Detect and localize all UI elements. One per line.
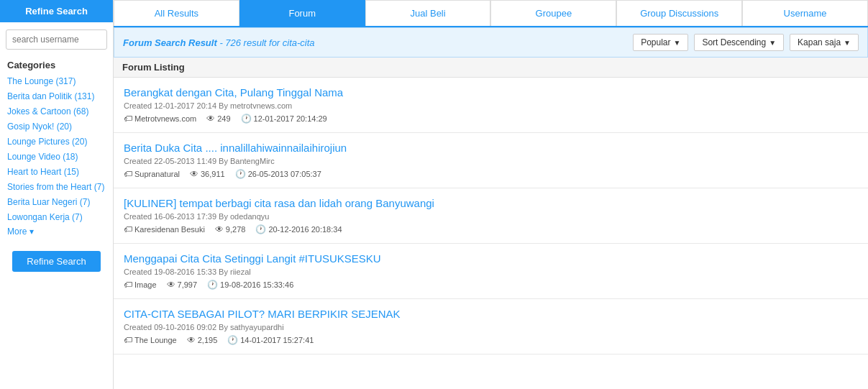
forum-last-activity: 🕐 26-05-2013 07:05:37 — [235, 169, 321, 179]
forum-tag: 🏷 Karesidenan Besuki — [124, 224, 205, 234]
result-title-text: Forum Search Result - 726 result for cit… — [123, 37, 315, 48]
tab-group-discussions[interactable]: Group Discussions — [616, 0, 742, 26]
forum-item-tags: 🏷 Karesidenan Besuki 👁 9,278 🕐 20-12-201… — [124, 224, 858, 234]
forum-list-item: CITA-CITA SEBAGAI PILOT? MARI BERPIKIR S… — [114, 299, 868, 354]
eye-icon: 👁 — [190, 169, 198, 179]
forum-item-title[interactable]: [KULINER] tempat berbagi cita rasa dan l… — [124, 197, 858, 209]
last-activity-date: 26-05-2013 07:05:37 — [248, 170, 321, 178]
tag-label: Metrotvnews.com — [134, 114, 196, 123]
tab-username[interactable]: Username — [742, 0, 868, 26]
clock-icon: 🕐 — [207, 280, 218, 290]
eye-icon: 👁 — [167, 280, 175, 290]
tag-icon: 🏷 — [124, 280, 132, 290]
forum-views: 👁 249 — [206, 114, 230, 124]
more-link[interactable]: More ▾ — [7, 226, 34, 237]
refine-search-button[interactable]: Refine Search — [12, 251, 100, 272]
category-link[interactable]: Berita dan Politik (131) — [7, 90, 106, 103]
forum-tag: 🏷 Supranatural — [124, 169, 180, 179]
sort-control-button[interactable]: Kapan saja ▼ — [790, 34, 859, 51]
clock-icon: 🕐 — [227, 335, 238, 345]
forum-last-activity: 🕐 12-01-2017 20:14:29 — [241, 114, 327, 124]
tag-label: Karesidenan Besuki — [134, 225, 205, 234]
category-link[interactable]: Gosip Nyok! (20) — [7, 120, 106, 133]
views-count: 7,997 — [178, 280, 198, 289]
category-link[interactable]: Lounge Video (18) — [7, 150, 106, 163]
forum-item-meta: Created 09-10-2016 09:02 By sathyayupard… — [124, 323, 858, 331]
tag-icon: 🏷 — [124, 114, 132, 124]
forum-list-item: Menggapai Cita Cita Setinggi Langit #ITU… — [114, 244, 868, 299]
result-controls: Popular ▼Sort Descending ▼Kapan saja ▼ — [633, 34, 859, 51]
result-header: Forum Search Result - 726 result for cit… — [114, 27, 868, 58]
forum-tag: 🏷 The Lounge — [124, 335, 177, 345]
tag-icon: 🏷 — [124, 335, 132, 345]
category-link[interactable]: Lounge Pictures (20) — [7, 135, 106, 148]
sort-control-button[interactable]: Popular ▼ — [633, 34, 688, 51]
forum-item-tags: 🏷 The Lounge 👁 2,195 🕐 14-01-2017 15:27:… — [124, 335, 858, 345]
last-activity-date: 14-01-2017 15:27:41 — [240, 336, 314, 344]
forum-list-item: Berita Duka Cita .... innalillahiwainnai… — [114, 133, 868, 188]
forum-items-list: Berangkat dengan Cita, Pulang Tinggal Na… — [114, 78, 868, 389]
main-content: All ResultsForumJual BeliGroupeeGroup Di… — [114, 0, 868, 389]
forum-item-tags: 🏷 Metrotvnews.com 👁 249 🕐 12-01-2017 20:… — [124, 114, 858, 124]
last-activity-date: 20-12-2016 20:18:34 — [268, 225, 342, 234]
category-link[interactable]: Jokes & Cartoon (68) — [7, 105, 106, 118]
tag-icon: 🏷 — [124, 169, 132, 179]
tag-icon: 🏷 — [124, 224, 132, 234]
clock-icon: 🕐 — [241, 114, 252, 124]
forum-tag: 🏷 Metrotvnews.com — [124, 114, 196, 124]
search-username-input[interactable] — [6, 29, 107, 50]
categories-section: Categories The Lounge (317)Berita dan Po… — [0, 57, 113, 244]
forum-item-title[interactable]: Menggapai Cita Cita Setinggi Langit #ITU… — [124, 252, 858, 265]
last-activity-date: 19-08-2016 15:33:46 — [220, 280, 293, 289]
tag-label: The Lounge — [134, 336, 177, 344]
tab-all-results[interactable]: All Results — [114, 0, 239, 26]
sidebar: Refine Search Categories The Lounge (317… — [0, 0, 114, 389]
forum-views: 👁 2,195 — [187, 335, 218, 345]
forum-item-title[interactable]: Berangkat dengan Cita, Pulang Tinggal Na… — [124, 86, 858, 99]
views-count: 9,278 — [226, 225, 246, 234]
forum-tag: 🏷 Image — [124, 280, 157, 290]
categories-title: Categories — [7, 60, 106, 70]
refine-search-header[interactable]: Refine Search — [0, 0, 113, 22]
forum-last-activity: 🕐 20-12-2016 20:18:34 — [255, 224, 342, 234]
category-link[interactable]: Lowongan Kerja (7) — [7, 211, 106, 224]
eye-icon: 👁 — [206, 114, 215, 124]
forum-item-meta: Created 16-06-2013 17:39 By odedanqyu — [124, 212, 858, 221]
tab-groupee[interactable]: Groupee — [490, 0, 616, 26]
forum-item-tags: 🏷 Supranatural 👁 36,911 🕐 26-05-2013 07:… — [124, 169, 858, 179]
category-link[interactable]: Heart to Heart (15) — [7, 165, 106, 178]
category-links: The Lounge (317)Berita dan Politik (131)… — [7, 75, 106, 224]
forum-item-title[interactable]: CITA-CITA SEBAGAI PILOT? MARI BERPIKIR S… — [124, 308, 858, 320]
forum-item-meta: Created 19-08-2016 15:33 By riiezal — [124, 267, 858, 276]
eye-icon: 👁 — [187, 335, 196, 345]
forum-last-activity: 🕐 14-01-2017 15:27:41 — [227, 335, 314, 345]
views-count: 249 — [217, 114, 230, 123]
forum-list-item: [KULINER] tempat berbagi cita rasa dan l… — [114, 188, 868, 244]
forum-item-title[interactable]: Berita Duka Cita .... innalillahiwainnai… — [124, 142, 858, 154]
forum-views: 👁 7,997 — [167, 280, 198, 290]
last-activity-date: 12-01-2017 20:14:29 — [254, 114, 327, 123]
forum-item-meta: Created 12-01-2017 20:14 By metrotvnews.… — [124, 101, 858, 110]
tab-jual-beli[interactable]: Jual Beli — [365, 0, 491, 26]
clock-icon: 🕐 — [255, 224, 266, 234]
tab-bar: All ResultsForumJual BeliGroupeeGroup Di… — [114, 0, 868, 27]
tag-label: Image — [134, 280, 157, 289]
tab-forum[interactable]: Forum — [239, 0, 365, 26]
forum-list-item: Berangkat dengan Cita, Pulang Tinggal Na… — [114, 78, 868, 133]
sort-control-button[interactable]: Sort Descending ▼ — [694, 34, 784, 51]
clock-icon: 🕐 — [235, 169, 246, 179]
result-title: Forum Search Result - 726 result for cit… — [123, 37, 315, 48]
category-link[interactable]: Berita Luar Negeri (7) — [7, 196, 106, 209]
forum-views: 👁 36,911 — [190, 169, 225, 179]
category-link[interactable]: Stories from the Heart (7) — [7, 180, 106, 193]
search-box-container — [0, 22, 113, 57]
forum-listing-header: Forum Listing — [114, 58, 868, 78]
forum-item-tags: 🏷 Image 👁 7,997 🕐 19-08-2016 15:33:46 — [124, 280, 858, 290]
views-count: 2,195 — [198, 336, 218, 344]
tag-label: Supranatural — [134, 170, 180, 178]
forum-views: 👁 9,278 — [215, 224, 246, 234]
views-count: 36,911 — [201, 170, 225, 178]
category-link[interactable]: The Lounge (317) — [7, 75, 106, 88]
forum-last-activity: 🕐 19-08-2016 15:33:46 — [207, 280, 293, 290]
forum-item-meta: Created 22-05-2013 11:49 By BantengMirc — [124, 157, 858, 165]
